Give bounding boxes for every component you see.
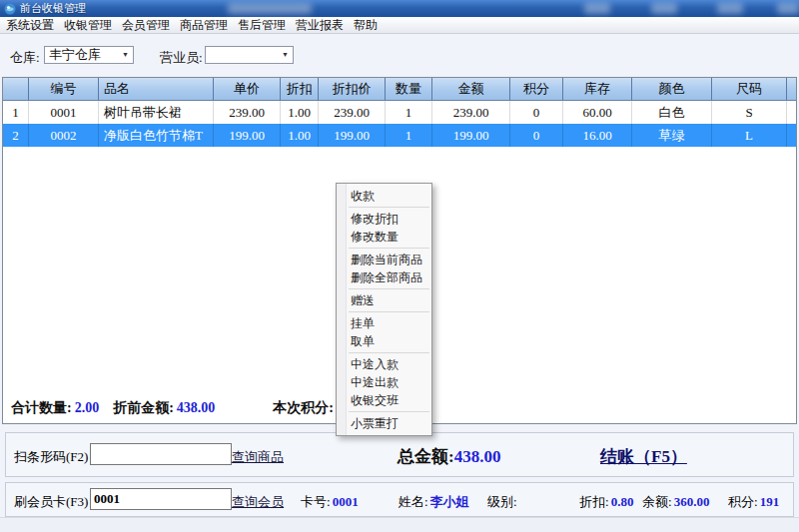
total-qty-value: 2.00 [75,400,100,415]
pre-discount-label: 折前金额: [113,400,174,415]
member-points-value: 191 [760,494,780,509]
pre-discount-value: 438.00 [177,400,216,415]
col-stock[interactable]: 库存 [563,78,632,100]
col-rownum[interactable] [3,78,29,100]
col-amount[interactable]: 金额 [432,78,510,100]
member-level: 级别: [487,493,519,511]
context-menu: 收款 修改折扣 修改数量 删除当前商品 删除全部商品 赠送 挂单 取单 中途入款… [336,183,432,436]
menu-separator [349,288,429,289]
app-icon [4,3,16,15]
col-filler [787,78,796,100]
table-row[interactable]: 1 0001 树叶吊带长裙 239.00 1.00 239.00 1 239.0… [3,101,796,124]
menu-item-modify-quantity[interactable]: 修改数量 [337,228,431,246]
titlebar: 前台收银管理 [0,0,799,18]
cell-code: 0002 [29,124,99,147]
cell-color: 白色 [632,101,712,124]
query-product-link[interactable]: 查询商品 [232,448,284,466]
menu-item-modify-discount[interactable]: 修改折扣 [337,210,431,228]
col-name[interactable]: 品名 [99,78,214,100]
menu-product-mgmt[interactable]: 商品管理 [175,18,233,33]
card-number-label: 卡号: [301,494,331,509]
menu-help[interactable]: 帮助 [349,18,383,33]
cell-size: L [712,124,787,147]
menu-item-delete-current-item[interactable]: 删除当前商品 [337,251,431,268]
member-balance-value: 360.00 [674,494,710,509]
card-number: 卡号:0001 [301,493,359,511]
menu-item-gift[interactable]: 赠送 [337,291,431,309]
cell-stock: 60.00 [563,101,632,124]
cell-discount: 1.00 [281,124,319,147]
menu-item-reprint-receipt[interactable]: 小票重打 [337,414,431,432]
menu-item-shift-change[interactable]: 收银交班 [337,391,431,409]
member-card-input[interactable] [90,488,232,510]
cell-color: 草绿 [632,124,712,147]
cell-qty: 1 [386,124,432,147]
menu-item-hold-order[interactable]: 挂单 [337,314,431,332]
warehouse-value: 丰宁仓库 [49,46,101,64]
cell-amount: 239.00 [432,101,510,124]
member-name-value: 李小姐 [430,494,469,509]
cell-discount: 1.00 [281,101,319,124]
menu-item-cash-out[interactable]: 中途出款 [337,373,431,391]
member-card-label: 刷会员卡(F3) [14,493,88,511]
col-discount-price[interactable]: 折扣价 [319,78,386,100]
menu-item-receive-payment[interactable]: 收款 [337,187,431,205]
menu-business-report[interactable]: 营业报表 [291,18,349,33]
col-qty[interactable]: 数量 [386,78,432,100]
grid-header-row: 编号 品名 单价 折扣 折扣价 数量 金额 积分 库存 颜色 尺码 [3,78,796,101]
member-discount: 折扣:0.80 [579,493,633,511]
session-points-label: 本次积分: [273,400,334,415]
query-member-link[interactable]: 查询会员 [232,493,284,511]
col-discount[interactable]: 折扣 [281,78,319,100]
menu-member-mgmt[interactable]: 会员管理 [117,18,175,33]
menu-item-cash-in[interactable]: 中途入款 [337,355,431,373]
cell-stock: 16.00 [563,124,632,147]
menu-system-settings[interactable]: 系统设置 [1,18,59,33]
table-row-selected[interactable]: 2 0002 净版白色竹节棉T 199.00 1.00 199.00 1 199… [3,124,796,147]
col-color[interactable]: 颜色 [632,78,712,100]
member-level-label: 级别: [487,494,517,509]
settle-button[interactable]: 结账（F5） [600,445,687,468]
titlebar-blur-patch [651,3,677,14]
col-code[interactable]: 编号 [29,78,99,100]
menu-aftersale-mgmt[interactable]: 售后管理 [233,18,291,33]
total-amount: 总金额:438.00 [398,445,500,468]
cell-rownum: 2 [3,124,29,147]
titlebar-blur-patch [717,3,743,14]
menu-item-retrieve-order[interactable]: 取单 [337,332,431,350]
titlebar-blur-patch [584,3,610,14]
checkout-panel: 扫条形码(F2) 查询商品 总金额:438.00 结账（F5） [5,432,794,477]
menu-separator [349,248,429,249]
col-points[interactable]: 积分 [510,78,563,100]
col-size[interactable]: 尺码 [712,78,787,100]
member-balance: 余额:360.00 [642,493,709,511]
clerk-select[interactable]: ▼ [205,46,294,64]
chevron-down-icon: ▼ [122,51,133,59]
cell-rownum: 1 [3,101,29,124]
cell-price: 239.00 [214,101,281,124]
member-name-label: 姓名: [399,494,428,509]
cell-name: 树叶吊带长裙 [99,101,214,124]
pre-discount-amount: 折前金额:438.00 [113,399,215,417]
cell-filler [787,101,796,124]
cell-points: 0 [510,124,563,147]
cell-price: 199.00 [214,124,281,147]
member-discount-value: 0.80 [611,494,634,509]
titlebar-blur-patch [228,3,312,14]
col-price[interactable]: 单价 [214,78,281,100]
warehouse-label: 仓库: [10,49,40,67]
cell-filler [787,124,796,147]
barcode-input[interactable] [90,443,232,465]
menu-separator [349,311,429,312]
menu-item-delete-all-items[interactable]: 删除全部商品 [337,268,431,286]
cell-amount: 199.00 [432,124,510,147]
session-points: 本次积分:0 [273,399,344,417]
menu-separator [349,411,429,412]
menu-separator [349,352,429,353]
menu-cashier-mgmt[interactable]: 收银管理 [59,18,117,33]
warehouse-select[interactable]: 丰宁仓库 ▼ [44,46,134,64]
window-title: 前台收银管理 [20,1,86,16]
cell-name: 净版白色竹节棉T [99,124,214,147]
cell-discount-price: 239.00 [319,101,386,124]
cell-code: 0001 [29,101,99,124]
